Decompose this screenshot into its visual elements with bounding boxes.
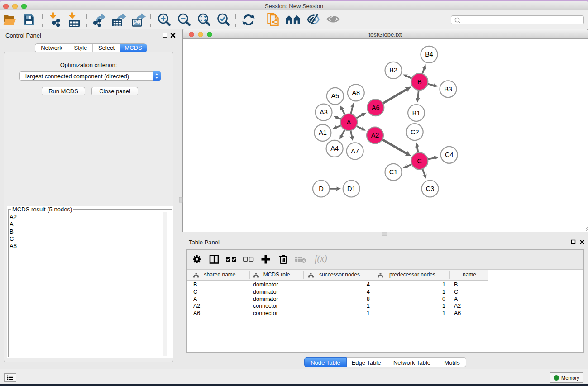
svg-text:A8: A8 — [352, 89, 360, 96]
svg-text:B3: B3 — [444, 86, 452, 93]
svg-text:A6: A6 — [372, 104, 380, 111]
svg-text:C4: C4 — [445, 151, 454, 158]
svg-text:A: A — [347, 119, 351, 126]
svg-text:B2: B2 — [389, 67, 397, 74]
svg-text:C: C — [417, 157, 422, 165]
svg-text:A2: A2 — [371, 132, 379, 139]
svg-text:D1: D1 — [347, 185, 356, 192]
svg-text:A3: A3 — [320, 109, 328, 116]
svg-text:B1: B1 — [412, 110, 421, 117]
svg-text:C3: C3 — [426, 185, 435, 192]
svg-text:A1: A1 — [319, 129, 327, 136]
svg-text:C1: C1 — [389, 168, 398, 176]
svg-text:B4: B4 — [425, 51, 433, 58]
svg-text:C2: C2 — [411, 129, 419, 136]
svg-text:D: D — [319, 185, 323, 192]
svg-text:A5: A5 — [331, 92, 339, 100]
svg-text:B: B — [417, 78, 422, 86]
svg-text:A7: A7 — [351, 148, 359, 155]
svg-text:A4: A4 — [330, 145, 339, 152]
